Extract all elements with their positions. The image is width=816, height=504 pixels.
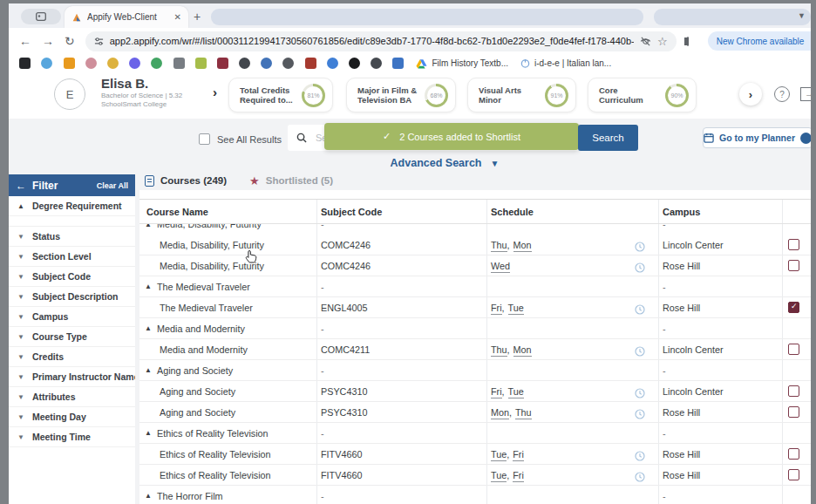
filter-item-subject-code[interactable]: ▼Subject Code [9, 267, 135, 287]
filter-item-degree-requirement[interactable]: ▲Degree Requirement [9, 196, 135, 216]
course-row[interactable]: Media, Disability, FuturityCOMC4246WedRo… [139, 255, 811, 276]
schedule-time-icon[interactable] [635, 449, 645, 465]
day-link[interactable]: Mon [513, 344, 532, 357]
tab-courses[interactable]: Courses (249) [145, 175, 227, 187]
group-row[interactable]: ▲Aging and Society-- [139, 360, 811, 381]
schedule-time-icon[interactable] [635, 303, 645, 318]
tab-search-button[interactable] [21, 9, 61, 24]
browser-tab[interactable]: Appify Web-Client ✕ [65, 6, 188, 28]
day-link[interactable]: Fri [513, 449, 524, 461]
shortlist-checkbox-checked[interactable] [788, 302, 799, 313]
schedule-time-icon[interactable] [635, 240, 645, 255]
filter-item-section-level[interactable]: ▼Section Level [9, 247, 135, 267]
blue-swirl-icon[interactable] [41, 58, 52, 69]
filter-item-credits[interactable]: ▼Credits [9, 347, 135, 367]
schedule-time-icon[interactable] [635, 470, 645, 486]
group-collapse-icon[interactable]: ▲ [145, 224, 152, 228]
schedule-time-icon[interactable] [635, 407, 645, 423]
group-collapse-icon[interactable]: ▲ [145, 366, 152, 374]
group-row[interactable]: ▲The Horror Film-- [139, 486, 811, 504]
day-link[interactable]: Thu [491, 240, 507, 252]
shortlist-checkbox[interactable] [788, 406, 799, 418]
dark-globe-icon[interactable] [282, 58, 294, 69]
day-link[interactable]: Tue [508, 303, 524, 315]
tab-strip-chevron-icon[interactable]: ▼ [798, 11, 806, 20]
shortlist-checkbox[interactable] [788, 469, 799, 480]
course-row[interactable]: The Medieval TravelerENGL4005Fri,TueRose… [139, 297, 811, 318]
filter-item-subject-description[interactable]: ▼Subject Description [9, 287, 135, 307]
group-collapse-icon[interactable]: ▲ [145, 283, 152, 290]
filter-item-campus[interactable]: ▼Campus [9, 307, 135, 327]
group-collapse-icon[interactable]: ▲ [145, 324, 152, 332]
bookmark-star-icon[interactable]: ☆ [657, 35, 668, 48]
new-tab-button[interactable]: + [194, 10, 201, 24]
globe2-icon[interactable] [371, 58, 382, 69]
side-panel-icon[interactable] [687, 37, 689, 46]
calendar-favicon[interactable] [392, 58, 404, 69]
filter-item-attributes[interactable]: ▼Attributes [9, 387, 135, 407]
see-all-results[interactable]: See All Results [199, 133, 282, 145]
maroon-m-icon[interactable] [217, 58, 228, 69]
progress-card[interactable]: Visual Arts Minor91% [467, 78, 576, 112]
chrome-update-button[interactable]: New Chrome available ⋮ [708, 31, 816, 51]
bookmark-item[interactable]: i-d-e-e | Italian lan... [520, 58, 611, 68]
pink-circle-icon[interactable] [85, 58, 97, 69]
course-row[interactable]: Ethics of Reality TelevisionFITV4660Tue,… [139, 444, 811, 465]
search-button[interactable]: Search [578, 125, 638, 151]
course-row[interactable]: Media, Disability, FuturityCOMC4246Thu,M… [139, 235, 811, 255]
address-bar[interactable]: app2.appify.com/wr/#/list/00031121994173… [85, 31, 677, 51]
day-link[interactable]: Fri [491, 303, 502, 315]
group-collapse-icon[interactable]: ▲ [145, 492, 152, 500]
bookmark-item[interactable]: Film History Textb... [416, 58, 508, 69]
schedule-time-icon[interactable] [635, 386, 645, 402]
forward-button[interactable]: → [42, 34, 54, 48]
student-expand-chevron[interactable]: › [213, 85, 217, 99]
schedule-time-icon[interactable] [635, 261, 645, 276]
day-link[interactable]: Mon [491, 407, 509, 419]
filter-item-status[interactable]: ▼Status [9, 227, 135, 247]
course-row[interactable]: Media and ModernityCOMC4211Thu,MonLincol… [139, 339, 811, 360]
schedule-time-icon[interactable] [635, 344, 645, 360]
video-icon[interactable] [305, 58, 316, 69]
clear-all-button[interactable]: Clear All [97, 181, 128, 190]
orange-shield-icon[interactable] [64, 58, 75, 69]
student-avatar[interactable]: E [54, 78, 85, 110]
lightning-icon[interactable] [327, 58, 338, 69]
day-link[interactable]: Fri [491, 386, 502, 398]
shortlist-checkbox[interactable] [788, 260, 799, 271]
tab-shortlisted[interactable]: ★ Shortlisted (5) [249, 175, 333, 187]
day-link[interactable]: Fri [513, 470, 524, 482]
day-link[interactable]: Tue [508, 386, 524, 398]
course-row[interactable]: Aging and SocietyPSYC4310Mon,ThuRose Hil… [139, 402, 811, 423]
filter-item-meeting-time[interactable]: ▼Meeting Time [9, 427, 135, 447]
shortlist-checkbox[interactable] [788, 239, 799, 250]
day-link[interactable]: Wed [491, 261, 510, 273]
filter-item-primary-instructor-name[interactable]: ▼Primary Instructor Name [9, 367, 135, 387]
filter-back-icon[interactable]: ← [16, 180, 26, 192]
green-dots-icon[interactable] [151, 58, 162, 69]
clock-favicon[interactable] [239, 58, 250, 69]
day-link[interactable]: Tue [491, 449, 507, 461]
group-collapse-icon[interactable]: ▲ [145, 429, 152, 437]
site-settings-icon[interactable] [94, 37, 104, 46]
q-logo-icon[interactable] [129, 58, 140, 69]
shortlist-checkbox[interactable] [788, 344, 799, 355]
progress-card[interactable]: Major in Film & Television BA68% [346, 78, 456, 112]
day-link[interactable]: Thu [491, 344, 507, 357]
reload-button[interactable]: ↻ [65, 34, 75, 48]
group-row[interactable]: ▲The Medieval Traveler-- [139, 276, 811, 297]
photo-icon[interactable] [195, 58, 207, 69]
progress-card[interactable]: Total Credits Required to...81% [228, 78, 333, 112]
course-row[interactable]: Aging and SocietyPSYC4310Fri,TueLincoln … [139, 381, 811, 402]
back-button[interactable]: ← [19, 34, 31, 48]
yellow-hand-icon[interactable] [107, 58, 119, 69]
tab-close-icon[interactable]: ✕ [174, 12, 181, 22]
tracking-blocked-icon[interactable] [640, 36, 651, 47]
day-link[interactable]: Tue [491, 470, 507, 482]
s-circle-icon[interactable] [349, 58, 360, 69]
go-to-planner-button[interactable]: Go to my Planner 5 [703, 127, 813, 148]
progress-card[interactable]: Core Curriculum90% [588, 78, 697, 112]
course-row[interactable]: Ethics of Reality TelevisionFITV4660Tue,… [139, 465, 811, 486]
help-icon[interactable]: ? [774, 86, 790, 102]
group-row[interactable]: ▲Ethics of Reality Television-- [139, 423, 811, 444]
